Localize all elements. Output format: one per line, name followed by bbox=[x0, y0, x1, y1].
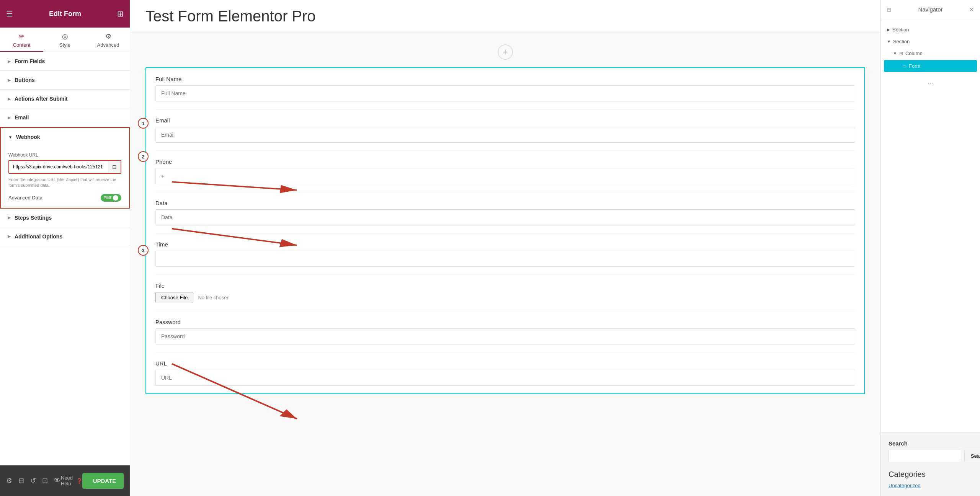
right-panel: ⊟ Navigator ✕ ▶ Section ▼ Section ▼ ⊞ Co… bbox=[880, 0, 980, 496]
update-button[interactable]: UPDATE bbox=[82, 473, 124, 489]
panel-title: Edit Form bbox=[49, 10, 81, 18]
responsive-icon[interactable]: ⊡ bbox=[42, 476, 48, 485]
webhook-content: Webhook URL ⊟ Enter the integration URL … bbox=[1, 146, 129, 208]
left-header: ☰ Edit Form ⊞ bbox=[0, 0, 130, 28]
grid-icon[interactable]: ⊞ bbox=[117, 9, 124, 18]
label-full-name: Full Name bbox=[155, 76, 855, 82]
search-label: Search bbox=[889, 440, 972, 447]
search-input[interactable] bbox=[889, 450, 961, 462]
no-file-text: No file chosen bbox=[198, 295, 229, 300]
tab-advanced[interactable]: ⚙ Advanced bbox=[87, 28, 130, 52]
accordion-header-webhook[interactable]: ▼ Webhook bbox=[1, 128, 129, 146]
navigator-icons: ⊟ bbox=[887, 7, 892, 13]
nav-item-column[interactable]: ▼ ⊞ Column bbox=[881, 47, 980, 59]
field-time: Time bbox=[146, 233, 864, 274]
form-area: + Full Name Email Phone Data bbox=[130, 33, 880, 496]
accordion-header-steps[interactable]: ▶ Steps Settings bbox=[0, 209, 130, 227]
nav-arrow-icon: ▼ bbox=[887, 39, 891, 44]
accordion-form-fields: ▶ Form Fields bbox=[0, 52, 130, 71]
navigator-collapse-icon[interactable]: ⊟ bbox=[887, 7, 892, 13]
arrow-icon: ▶ bbox=[8, 59, 11, 64]
input-email[interactable] bbox=[155, 127, 855, 143]
accordion-header-buttons[interactable]: ▶ Buttons bbox=[0, 71, 130, 89]
left-panel: ☰ Edit Form ⊞ ✏ Content ◎ Style ⚙ Advanc… bbox=[0, 0, 130, 496]
webhook-hint: Enter the integration URL (like Zapier) … bbox=[8, 177, 121, 189]
arrow-icon: ▶ bbox=[8, 234, 11, 238]
accordion-header-actions[interactable]: ▶ Actions After Submit bbox=[0, 90, 130, 108]
nav-item-section2[interactable]: ▼ Section bbox=[881, 36, 980, 47]
nav-item-section1[interactable]: ▶ Section bbox=[881, 24, 980, 36]
accordion-list: ▶ Form Fields ▶ Buttons ▶ Actions After … bbox=[0, 52, 130, 465]
content-icon: ✏ bbox=[19, 32, 24, 41]
tab-content[interactable]: ✏ Content bbox=[0, 28, 43, 52]
label-email: Email bbox=[155, 117, 855, 124]
accordion-header-form-fields[interactable]: ▶ Form Fields bbox=[0, 52, 130, 70]
accordion-steps: ▶ Steps Settings bbox=[0, 209, 130, 227]
accordion-webhook: ▼ Webhook Webhook URL ⊟ Enter the integr… bbox=[0, 127, 130, 209]
label-time: Time bbox=[155, 241, 855, 248]
add-section-button[interactable]: + bbox=[498, 44, 513, 60]
settings-icon[interactable]: ⚙ bbox=[6, 476, 12, 485]
bottom-bar: ⚙ ⊟ ↺ ⊡ 👁 Need Help ❓ UPDATE ▲ bbox=[0, 465, 130, 496]
webhook-url-input-row: ⊟ bbox=[8, 160, 121, 174]
copy-icon[interactable]: ⊟ bbox=[108, 161, 121, 173]
navigator-header: ⊟ Navigator ✕ bbox=[881, 0, 980, 19]
arrow-icon: ▶ bbox=[8, 215, 11, 220]
style-icon: ◎ bbox=[62, 32, 68, 41]
toggle-knob bbox=[113, 195, 118, 201]
form-container: Full Name Email Phone Data bbox=[145, 67, 865, 394]
field-url: URL bbox=[146, 352, 864, 393]
input-phone[interactable] bbox=[155, 168, 855, 184]
help-icon: ❓ bbox=[76, 478, 82, 484]
preview-icon[interactable]: 👁 bbox=[54, 476, 61, 485]
arrow-icon: ▶ bbox=[8, 116, 11, 120]
nav-arrow-icon: ▶ bbox=[887, 28, 890, 32]
main-content: Test Form Elementor Pro + Full Name Emai… bbox=[130, 0, 880, 496]
layers-icon[interactable]: ⊟ bbox=[18, 476, 24, 485]
tab-style[interactable]: ◎ Style bbox=[43, 28, 87, 52]
label-data: Data bbox=[155, 200, 855, 206]
need-help[interactable]: Need Help ❓ bbox=[61, 475, 82, 486]
field-full-name: Full Name bbox=[146, 68, 864, 109]
page-title-bar: Test Form Elementor Pro bbox=[130, 0, 880, 33]
navigator-title: Navigator bbox=[918, 6, 942, 13]
accordion-header-additional[interactable]: ▶ Additional Options bbox=[0, 227, 130, 246]
advanced-data-label: Advanced Data bbox=[8, 195, 42, 201]
arrow-icon: ▶ bbox=[8, 97, 11, 101]
right-bottom: Search Search Categories Uncategorized bbox=[881, 432, 980, 496]
update-btn-group: UPDATE ▲ bbox=[82, 473, 124, 489]
categories-label: Categories bbox=[889, 470, 972, 479]
accordion-actions: ▶ Actions After Submit bbox=[0, 90, 130, 108]
webhook-url-input[interactable] bbox=[9, 161, 108, 173]
input-time[interactable] bbox=[155, 251, 855, 267]
advanced-icon: ⚙ bbox=[105, 32, 111, 41]
navigator-more: ··· bbox=[881, 73, 980, 93]
nav-arrow-icon: ▼ bbox=[893, 51, 897, 55]
accordion-additional: ▶ Additional Options bbox=[0, 227, 130, 246]
label-phone: Phone bbox=[155, 158, 855, 165]
input-full-name[interactable] bbox=[155, 85, 855, 101]
input-url[interactable] bbox=[155, 370, 855, 386]
label-file: File bbox=[155, 282, 855, 289]
navigator-close-icon[interactable]: ✕ bbox=[969, 7, 974, 13]
input-data[interactable] bbox=[155, 209, 855, 225]
field-data: Data bbox=[146, 192, 864, 233]
field-file: File Choose File No file chosen bbox=[146, 275, 864, 311]
accordion-header-email[interactable]: ▶ Email bbox=[0, 108, 130, 127]
advanced-data-toggle[interactable]: YES bbox=[101, 194, 121, 202]
label-password: Password bbox=[155, 319, 855, 325]
label-url: URL bbox=[155, 360, 855, 367]
arrow-icon: ▶ bbox=[8, 78, 11, 82]
advanced-data-row: Advanced Data YES bbox=[8, 194, 121, 202]
page-title: Test Form Elementor Pro bbox=[145, 8, 865, 25]
choose-file-button[interactable]: Choose File bbox=[155, 292, 193, 303]
bottom-icons: ⚙ ⊟ ↺ ⊡ 👁 bbox=[6, 476, 61, 485]
category-uncategorized[interactable]: Uncategorized bbox=[889, 483, 972, 488]
nav-item-form[interactable]: ▭ Form bbox=[884, 60, 977, 72]
history-icon[interactable]: ↺ bbox=[30, 476, 36, 485]
search-button[interactable]: Search bbox=[964, 450, 980, 462]
add-section-area: + bbox=[145, 44, 865, 60]
hamburger-icon[interactable]: ☰ bbox=[6, 9, 13, 18]
field-email: Email bbox=[146, 109, 864, 150]
input-password[interactable] bbox=[155, 328, 855, 344]
